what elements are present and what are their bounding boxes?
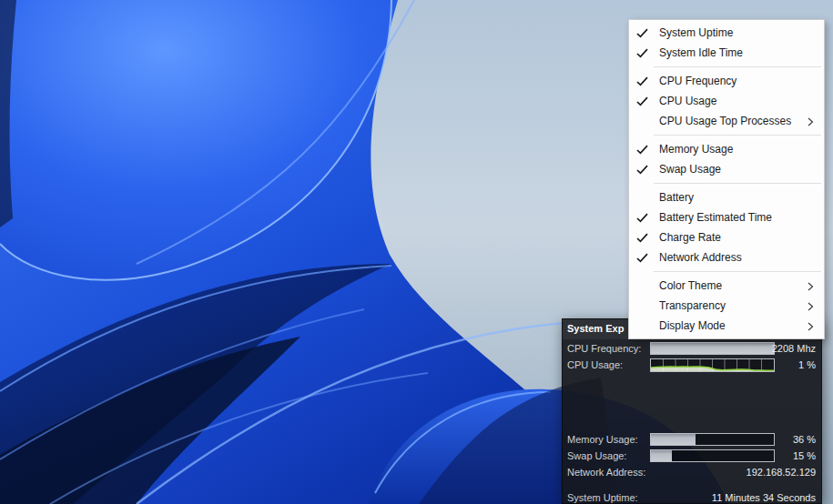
swap-usage-bar: [650, 449, 775, 462]
cpu-usage-row: CPU Usage: 1 %: [563, 358, 821, 373]
menu-item-label: Swap Usage: [659, 163, 808, 176]
cpu-frequency-bar-fill: [651, 343, 774, 354]
menu-item-label: Network Address: [659, 251, 808, 264]
menu-item-battery-estimated-time[interactable]: Battery Estimated Time: [629, 207, 824, 227]
menu-item-label: CPU Usage Top Processes: [659, 115, 808, 127]
menu-item-label: System Idle Time: [659, 46, 808, 59]
menu-item-cpu-usage[interactable]: CPU Usage: [629, 91, 824, 111]
menu-item-label: CPU Frequency: [659, 75, 808, 87]
cpu-frequency-row: CPU Frequency: 2208 Mhz: [563, 342, 821, 357]
menu-item-display-mode[interactable]: Display Mode: [629, 316, 824, 336]
network-address-row: Network Address: 192.168.52.129: [563, 466, 821, 480]
menu-item-label: Battery: [659, 191, 808, 204]
menu-item-network-address[interactable]: Network Address: [629, 247, 824, 267]
network-address-label: Network Address:: [567, 467, 645, 478]
menu-separator: [654, 271, 821, 272]
panel-title: System Exp: [567, 323, 624, 334]
memory-usage-bar: [650, 433, 775, 446]
system-uptime-row: System Uptime: 11 Minutes 34 Seconds: [563, 491, 821, 504]
cpu-frequency-bar: [650, 342, 775, 355]
menu-separator: [654, 135, 821, 136]
menu-item-cpu-usage-top-processes[interactable]: CPU Usage Top Processes: [629, 111, 824, 131]
cpu-frequency-label: CPU Frequency:: [567, 343, 641, 354]
menu-separator: [654, 183, 821, 184]
menu-item-label: Display Mode: [659, 319, 808, 332]
monitor-options-context-menu: System Uptime System Idle Time CPU Frequ…: [628, 19, 825, 339]
menu-item-cpu-frequency[interactable]: CPU Frequency: [629, 71, 824, 91]
menu-item-label: CPU Usage: [659, 95, 808, 107]
network-address-value: 192.168.52.129: [747, 467, 816, 478]
cpu-usage-value: 1 %: [798, 359, 816, 370]
memory-usage-row: Memory Usage: 36 %: [563, 433, 821, 448]
menu-item-swap-usage[interactable]: Swap Usage: [629, 159, 824, 179]
menu-item-transparency[interactable]: Transparency: [629, 296, 824, 316]
system-monitor-panel[interactable]: System Exp CPU Frequency: 2208 Mhz CPU U…: [562, 318, 822, 504]
checkmark-icon: [636, 165, 648, 175]
cpu-frequency-value: 2208 Mhz: [772, 343, 816, 354]
checkmark-icon: [636, 28, 648, 38]
checkmark-icon: [636, 48, 648, 58]
checkmark-icon: [636, 213, 648, 223]
menu-item-label: Battery Estimated Time: [659, 211, 808, 224]
menu-item-label: Charge Rate: [659, 231, 808, 244]
desktop-screen: System Exp CPU Frequency: 2208 Mhz CPU U…: [0, 0, 833, 504]
checkmark-icon: [636, 233, 648, 243]
swap-usage-bar-fill: [651, 450, 672, 461]
checkmark-icon: [636, 76, 648, 86]
menu-item-battery[interactable]: Battery: [629, 187, 824, 207]
submenu-arrow-icon: [808, 281, 814, 290]
memory-usage-value: 36 %: [793, 434, 816, 445]
menu-item-label: Transparency: [659, 299, 808, 312]
checkmark-icon: [636, 96, 648, 106]
memory-usage-bar-fill: [651, 434, 696, 445]
menu-item-charge-rate[interactable]: Charge Rate: [629, 227, 824, 247]
menu-separator: [654, 66, 821, 67]
cpu-usage-graph: [650, 358, 775, 372]
menu-item-system-uptime[interactable]: System Uptime: [629, 23, 824, 43]
submenu-arrow-icon: [808, 321, 814, 330]
submenu-arrow-icon: [808, 116, 814, 126]
menu-item-system-idle-time[interactable]: System Idle Time: [629, 43, 824, 63]
menu-item-label: Color Theme: [659, 279, 808, 292]
cpu-usage-label: CPU Usage:: [567, 359, 623, 370]
menu-item-memory-usage[interactable]: Memory Usage: [629, 139, 824, 159]
submenu-arrow-icon: [808, 301, 814, 310]
system-uptime-value: 11 Minutes 34 Seconds: [712, 492, 816, 503]
menu-item-label: System Uptime: [659, 26, 808, 39]
system-uptime-label: System Uptime:: [567, 492, 638, 503]
menu-item-label: Memory Usage: [659, 143, 808, 156]
swap-usage-value: 15 %: [793, 450, 816, 461]
menu-item-color-theme[interactable]: Color Theme: [629, 276, 824, 296]
swap-usage-row: Swap Usage: 15 %: [563, 449, 821, 464]
memory-usage-label: Memory Usage:: [567, 434, 638, 445]
swap-usage-label: Swap Usage:: [567, 450, 626, 461]
checkmark-icon: [636, 253, 648, 263]
checkmark-icon: [636, 145, 648, 155]
